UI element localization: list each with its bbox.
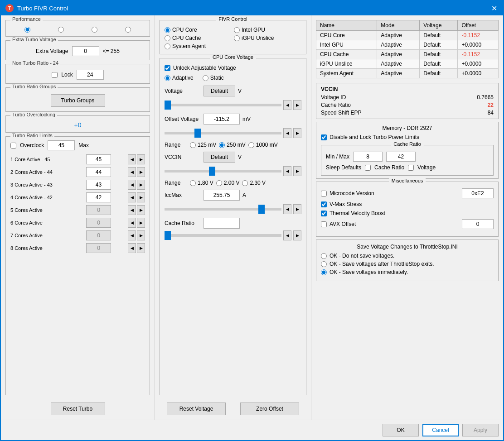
row-3-offset: +0.0000 (458, 59, 499, 69)
cache-min-input[interactable] (353, 152, 383, 162)
zero-offset-button[interactable]: Zero Offset (240, 403, 299, 415)
non-turbo-input[interactable] (77, 70, 104, 80)
lock-checkbox[interactable] (52, 72, 58, 78)
core-up-3[interactable]: ▶ (137, 192, 145, 202)
core-down-7[interactable]: ◀ (128, 243, 136, 253)
range-250-radio[interactable] (219, 142, 225, 148)
extra-voltage-input[interactable] (72, 46, 99, 56)
turbo-limits-label: Turbo Ratio Limits (10, 133, 54, 138)
app-icon: T (5, 4, 14, 12)
microcode-checkbox[interactable] (321, 191, 327, 197)
vccin-230-radio[interactable] (242, 180, 248, 186)
close-button[interactable]: ✕ (489, 4, 499, 13)
perf-radio-3[interactable] (92, 27, 97, 33)
voltage-slider[interactable] (165, 104, 281, 106)
core-up-1[interactable]: ▶ (137, 167, 145, 177)
save-radio-0[interactable] (321, 253, 327, 259)
core-down-1[interactable]: ◀ (128, 167, 136, 177)
offset-dec-btn[interactable]: ◀ (283, 128, 291, 138)
reset-voltage-button[interactable]: Reset Voltage (167, 403, 226, 415)
main-window: T Turbo FIVR Control ✕ Performance Extra… (0, 0, 504, 441)
core-input-4[interactable] (86, 205, 111, 215)
core-down-0[interactable]: ◀ (128, 154, 136, 164)
row-0-voltage: Default (420, 31, 458, 40)
iccmax-slider[interactable] (165, 208, 281, 211)
vccin-180-radio[interactable] (190, 180, 196, 186)
vccin-slider[interactable] (165, 170, 281, 173)
core-input-5[interactable] (86, 218, 111, 228)
core-input-2[interactable] (86, 180, 111, 190)
adaptive-radio[interactable] (165, 75, 170, 81)
fivr-radio-system-agent[interactable] (165, 43, 170, 49)
core-input-1[interactable] (86, 167, 111, 177)
avx-input[interactable] (462, 219, 494, 229)
cache-max-input[interactable] (386, 152, 416, 162)
core-up-7[interactable]: ▶ (137, 243, 145, 253)
core-input-3[interactable] (86, 192, 111, 202)
fivr-radio-intel-gpu[interactable] (234, 27, 240, 33)
core-up-2[interactable]: ▶ (137, 180, 145, 190)
cache-ratio-dec-btn[interactable]: ◀ (283, 230, 291, 240)
row-3-mode: Adaptive (377, 59, 420, 69)
save-radio-2[interactable] (321, 269, 327, 275)
perf-radio-2[interactable] (58, 27, 64, 33)
fivr-radio-cpu-cache[interactable] (165, 35, 170, 41)
fivr-option-intel-gpu: Intel GPU (234, 27, 301, 33)
perf-radio-1[interactable] (24, 27, 30, 33)
voltage-default-btn[interactable]: Default (204, 86, 235, 96)
reset-turbo-button[interactable]: Reset Turbo (51, 403, 105, 415)
vccin-default-btn[interactable]: Default (204, 152, 235, 163)
vccin-inc-btn[interactable]: ▶ (293, 166, 301, 176)
voltage-inc-btn[interactable]: ▶ (293, 100, 301, 110)
core-up-4[interactable]: ▶ (137, 205, 145, 215)
core-down-5[interactable]: ◀ (128, 218, 136, 228)
core-input-0[interactable] (86, 154, 111, 164)
avx-checkbox[interactable] (321, 221, 327, 227)
offset-voltage-input[interactable] (204, 114, 240, 125)
core-input-6[interactable] (86, 230, 111, 240)
range-1000-radio[interactable] (248, 142, 254, 148)
range-125-radio[interactable] (190, 142, 196, 148)
save-radio-1[interactable] (321, 261, 327, 267)
overclock-checkbox[interactable] (10, 143, 16, 149)
turbo-groups-button[interactable]: Turbo Groups (51, 94, 105, 107)
iccmax-inc-btn[interactable]: ▶ (293, 204, 301, 214)
cache-ratio-slider[interactable] (165, 234, 281, 237)
core-down-4[interactable]: ◀ (128, 205, 136, 215)
iccmax-dec-btn[interactable]: ◀ (283, 204, 291, 214)
offset-slider[interactable] (165, 132, 281, 134)
core-down-6[interactable]: ◀ (128, 230, 136, 240)
core-input-7[interactable] (86, 243, 111, 253)
static-radio[interactable] (203, 75, 208, 81)
ok-button[interactable]: OK (383, 424, 419, 436)
offset-inc-btn[interactable]: ▶ (293, 128, 301, 138)
perf-radio-4[interactable] (125, 27, 131, 33)
sleep-cache-ratio-checkbox[interactable] (365, 165, 371, 171)
save-section: Save Voltage Changes to ThrottleStop.INI… (316, 240, 499, 281)
apply-button[interactable]: Apply (462, 424, 499, 436)
cache-ratio-mid-row: Cache Ratio (165, 218, 301, 229)
table-row-2: CPU Cache Adaptive Default -0.1152 (316, 50, 499, 59)
vccin-200-radio[interactable] (216, 180, 222, 186)
core-up-0[interactable]: ▶ (137, 154, 145, 164)
fivr-radio-cpu-core[interactable] (165, 27, 170, 33)
sleep-voltage-checkbox[interactable] (408, 165, 414, 171)
cache-ratio-inc-btn[interactable]: ▶ (293, 230, 301, 240)
vccin-slider-container: ◀ ▶ (165, 166, 301, 176)
max-input[interactable] (48, 140, 75, 150)
fivr-radio-igpu-unslice[interactable] (234, 35, 240, 41)
iccmax-input[interactable] (204, 190, 240, 201)
microcode-input[interactable] (462, 188, 494, 198)
tvb-checkbox[interactable] (321, 211, 327, 216)
core-down-2[interactable]: ◀ (128, 180, 136, 190)
vccin-dec-btn[interactable]: ◀ (283, 166, 291, 176)
vmax-checkbox[interactable] (321, 201, 327, 207)
unlock-checkbox[interactable] (165, 65, 170, 71)
core-up-6[interactable]: ▶ (137, 230, 145, 240)
cancel-button[interactable]: Cancel (422, 424, 459, 436)
disable-lock-checkbox[interactable] (321, 134, 327, 140)
voltage-dec-btn[interactable]: ◀ (283, 100, 291, 110)
core-up-5[interactable]: ▶ (137, 218, 145, 228)
core-down-3[interactable]: ◀ (128, 192, 136, 202)
cache-ratio-mid-input[interactable] (204, 218, 240, 229)
